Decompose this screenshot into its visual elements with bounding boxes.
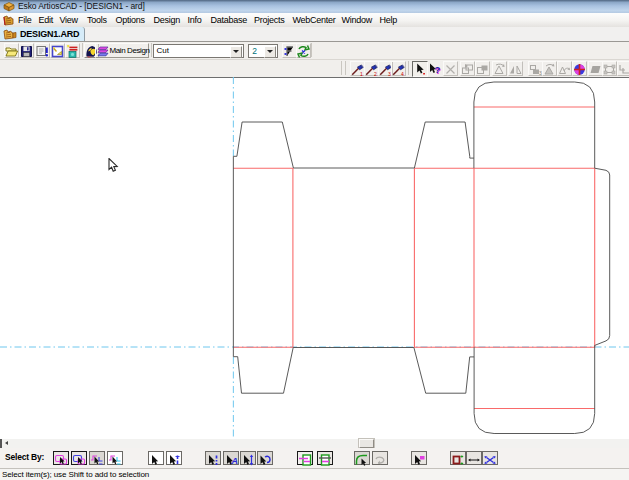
svg-text:3: 3: [539, 70, 542, 76]
svg-text:4: 4: [401, 71, 404, 77]
svg-text:1: 1: [360, 71, 363, 77]
svg-text:A: A: [230, 456, 238, 466]
svg-text:2: 2: [374, 71, 377, 77]
svg-text:?: ?: [434, 64, 440, 75]
